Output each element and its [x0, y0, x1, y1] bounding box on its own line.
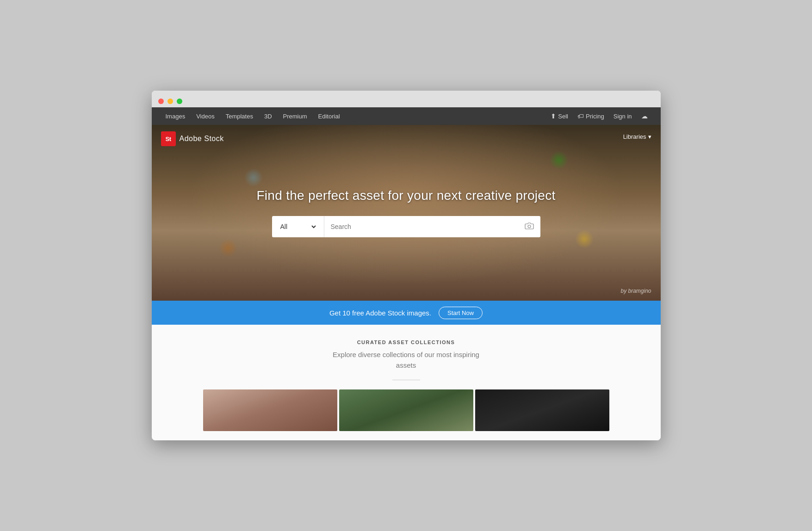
- collection-thumb-3[interactable]: [475, 389, 609, 431]
- maximize-button[interactable]: [177, 99, 182, 104]
- pricing-button[interactable]: 🏷 Pricing: [574, 107, 608, 125]
- search-input[interactable]: [324, 216, 518, 237]
- nav-item-templates[interactable]: Templates: [221, 107, 258, 125]
- collection-thumb-1[interactable]: [203, 389, 337, 431]
- collections-description: Explore diverse collections of our most …: [161, 350, 651, 370]
- collection-thumb-2[interactable]: [339, 389, 473, 431]
- minimize-button[interactable]: [167, 99, 173, 104]
- hero-title: Find the perfect asset for your next cre…: [256, 188, 555, 203]
- libraries-button[interactable]: Libraries ▾: [623, 133, 651, 140]
- cloud-button[interactable]: ☁: [638, 107, 651, 125]
- chevron-down-icon: ▾: [648, 133, 651, 140]
- collections-divider: [392, 380, 420, 380]
- nav-item-premium[interactable]: Premium: [279, 107, 312, 125]
- nav-item-videos[interactable]: Videos: [192, 107, 219, 125]
- photo-credit: by bramgino: [620, 288, 651, 294]
- logo-area: St Adobe Stock: [161, 131, 224, 146]
- collection-thumbnails: [161, 389, 651, 431]
- browser-chrome: [152, 91, 661, 107]
- browser-window: Images Videos Templates 3D Premium Edito…: [152, 91, 661, 440]
- tag-icon: 🏷: [577, 112, 584, 120]
- start-now-button[interactable]: Start Now: [439, 307, 483, 319]
- promo-text: Get 10 free Adobe Stock images.: [329, 309, 431, 317]
- nav-item-images[interactable]: Images: [161, 107, 190, 125]
- nav-item-editorial[interactable]: Editorial: [314, 107, 345, 125]
- search-category-selector[interactable]: All Images Videos Templates 3D Premium E…: [272, 216, 324, 237]
- nav-bar: Images Videos Templates 3D Premium Edito…: [152, 107, 661, 125]
- search-bar: All Images Videos Templates 3D Premium E…: [272, 216, 540, 237]
- close-button[interactable]: [158, 99, 164, 104]
- hero-overlay: [152, 125, 661, 301]
- upload-icon: ⬆: [551, 112, 556, 120]
- nav-left: Images Videos Templates 3D Premium Edito…: [161, 107, 547, 125]
- svg-point-0: [528, 225, 531, 228]
- nav-right: ⬆ Sell 🏷 Pricing Sign in ☁: [547, 107, 651, 125]
- promo-bar: Get 10 free Adobe Stock images. Start No…: [152, 301, 661, 325]
- collections-label: CURATED ASSET COLLECTIONS: [161, 340, 651, 345]
- category-select[interactable]: All Images Videos Templates 3D Premium E…: [279, 222, 317, 231]
- signin-button[interactable]: Sign in: [610, 107, 636, 125]
- hero-section: St Adobe Stock Libraries ▾ Find the perf…: [152, 125, 661, 301]
- adobe-st-logo: St: [161, 131, 176, 146]
- nav-item-3d[interactable]: 3D: [260, 107, 277, 125]
- sell-button[interactable]: ⬆ Sell: [547, 107, 572, 125]
- cloud-icon: ☁: [641, 112, 648, 120]
- brand-name: Adobe Stock: [180, 135, 224, 143]
- camera-search-icon[interactable]: [518, 222, 540, 232]
- collections-section: CURATED ASSET COLLECTIONS Explore divers…: [152, 325, 661, 440]
